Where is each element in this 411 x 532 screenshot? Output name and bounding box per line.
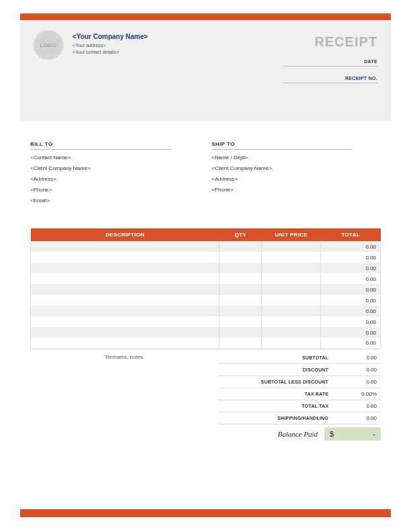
top-stripe	[20, 13, 391, 20]
remarks-label: Remarks, notes	[30, 352, 218, 442]
company-info: <Your Company Name> <Your address> <Your…	[73, 30, 283, 111]
below-table-row: Remarks, notes SUBTOTAL 0.00 DISCOUNT 0.…	[30, 352, 381, 442]
table-row: 0.00	[31, 284, 381, 295]
discount-value: 0.00	[334, 367, 381, 373]
row-total: 0.00	[321, 295, 381, 306]
receipt-title: RECEIPT	[283, 34, 377, 50]
receipt-number-label: RECEIPT NO.	[283, 76, 377, 83]
bill-to-email: <Email>	[30, 197, 171, 204]
receipt-meta: RECEIPT DATE RECEIPT NO.	[283, 30, 377, 111]
subtotal-row: SUBTOTAL 0.00	[218, 352, 381, 364]
row-total: 0.00	[321, 263, 381, 273]
table-row: 0.00	[31, 327, 381, 338]
items-tbody: 0.00 0.00 0.00 0.00 0.00 0.00 0.00 0.00 …	[31, 241, 381, 349]
bill-to-address: <Address>	[30, 176, 171, 182]
table-row: 0.00	[31, 263, 381, 273]
table-row: 0.00	[31, 338, 381, 349]
total-tax-row: TOTAL TAX 0.00	[218, 400, 381, 412]
bill-to-heading: BILL TO	[30, 141, 171, 150]
ship-to-block: SHIP TO <Name / Dept> <Client Company Na…	[212, 141, 353, 208]
company-address: <Your address>	[73, 43, 283, 48]
row-total: 0.00	[321, 306, 381, 316]
subtotal-less-row: SUBTOTAL LESS DISCOUNT 0.00	[218, 376, 381, 388]
ship-to-company: <Client Company Name>	[212, 165, 353, 171]
balance-amount: -	[373, 430, 375, 438]
col-description: DESCRIPTION	[31, 228, 220, 241]
document-body: BILL TO <Contact Name> <Client Company N…	[30, 141, 381, 442]
logo-placeholder: LOGO	[34, 30, 63, 60]
ship-to-phone: <Phone>	[212, 187, 353, 193]
company-name: <Your Company Name>	[73, 33, 283, 40]
balance-row: Balance Paid $ -	[218, 426, 381, 442]
receipt-date-label: DATE	[283, 59, 377, 66]
bill-to-block: BILL TO <Contact Name> <Client Company N…	[30, 141, 171, 208]
row-total: 0.00	[321, 252, 381, 263]
balance-label: Balance Paid	[277, 430, 324, 438]
table-row: 0.00	[31, 306, 381, 316]
col-total: TOTAL	[321, 228, 381, 241]
subtotal-less-value: 0.00	[334, 379, 381, 385]
table-row: 0.00	[31, 295, 381, 306]
col-qty: QTY	[220, 228, 262, 241]
tax-rate-value: 0.00%	[334, 391, 381, 397]
ship-to-heading: SHIP TO	[212, 141, 353, 150]
company-contact: <Your contact details>	[73, 50, 283, 54]
table-row: 0.00	[31, 252, 381, 263]
table-row: 0.00	[31, 241, 381, 252]
tax-rate-label: TAX RATE	[218, 392, 334, 396]
bill-to-contact: <Contact Name>	[30, 154, 171, 161]
balance-value: $ -	[324, 427, 381, 441]
row-total: 0.00	[321, 316, 381, 327]
row-total: 0.00	[321, 327, 381, 338]
total-tax-value: 0.00	[334, 403, 381, 409]
discount-label: DISCOUNT	[218, 367, 334, 372]
ship-to-name: <Name / Dept>	[212, 154, 353, 161]
shipping-row: SHIPPING/HANDLING 0.00	[218, 412, 381, 425]
subtotal-label: SUBTOTAL	[218, 355, 334, 360]
tax-rate-row: TAX RATE 0.00%	[218, 388, 381, 400]
address-row: BILL TO <Contact Name> <Client Company N…	[30, 141, 381, 208]
subtotal-value: 0.00	[334, 355, 381, 361]
shipping-value: 0.00	[334, 415, 381, 421]
table-row: 0.00	[31, 316, 381, 327]
row-total: 0.00	[321, 273, 381, 284]
items-table: DESCRIPTION QTY UNIT PRICE TOTAL 0.00 0.…	[30, 228, 381, 349]
subtotal-less-label: SUBTOTAL LESS DISCOUNT	[218, 380, 334, 384]
row-total: 0.00	[321, 284, 381, 295]
header-block: LOGO <Your Company Name> <Your address> …	[20, 20, 391, 121]
col-unit-price: UNIT PRICE	[261, 228, 321, 241]
bottom-stripe	[20, 509, 391, 517]
totals-block: SUBTOTAL 0.00 DISCOUNT 0.00 SUBTOTAL LES…	[218, 352, 381, 442]
bill-to-phone: <Phone>	[30, 187, 171, 193]
bill-to-company: <Client Company Name>	[30, 165, 171, 171]
ship-to-address: <Address>	[212, 176, 353, 182]
row-total: 0.00	[321, 338, 381, 349]
discount-row: DISCOUNT 0.00	[218, 364, 381, 376]
row-total: 0.00	[321, 241, 381, 252]
balance-currency: $	[330, 430, 334, 438]
table-row: 0.00	[31, 273, 381, 284]
total-tax-label: TOTAL TAX	[218, 404, 334, 408]
shipping-label: SHIPPING/HANDLING	[218, 416, 334, 420]
